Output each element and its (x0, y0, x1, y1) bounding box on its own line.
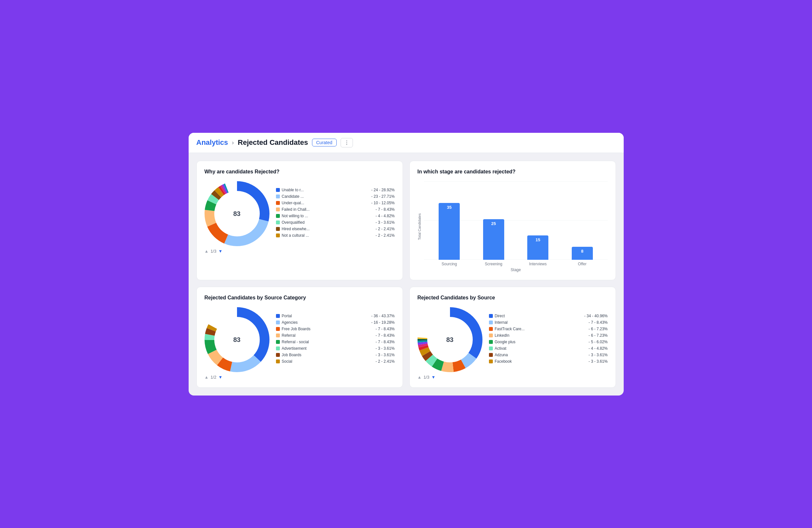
page-indicator: 1/3 (211, 249, 216, 254)
content-area: Why are candidates Rejected? (189, 153, 624, 396)
legend-color (489, 346, 493, 351)
legend-value: - 7 - 8.43% (376, 340, 395, 344)
legend-value: - 10 - 12.05% (371, 201, 394, 205)
bar-value-label: 8 (581, 249, 583, 254)
bars-row: 3525158 (424, 181, 608, 260)
legend-color (276, 188, 280, 192)
curated-button[interactable]: Curated (312, 139, 337, 146)
legend-label: Hired elsewhe... (282, 227, 374, 231)
legend-color (276, 340, 280, 344)
x-axis-label: Interviews (528, 262, 548, 266)
analytics-link[interactable]: Analytics (197, 138, 228, 147)
legend-label: Under-qual... (282, 201, 369, 205)
legend-item: LinkedIn - 6 - 7.23% (489, 333, 608, 338)
legend-color (276, 201, 280, 205)
x-axis-label: Offer (572, 262, 592, 266)
legend-value: - 7 - 8.43% (589, 320, 608, 325)
legend-color (489, 333, 493, 338)
legend-color (489, 327, 493, 331)
legend-color (276, 346, 280, 351)
legend-value: - 3 - 3.61% (589, 353, 608, 357)
prev-page-sc-icon[interactable]: ▲ (205, 375, 209, 380)
prev-page-s-icon[interactable]: ▲ (418, 375, 422, 380)
legend-value: - 7 - 8.43% (376, 207, 395, 212)
legend-value: - 16 - 19.28% (371, 320, 394, 325)
legend-label: Free Job Boards (282, 327, 374, 331)
legend-item: Activat - 4 - 4.82% (489, 346, 608, 351)
why-rejected-content: 83 Unable to r... - 24 - 28.92% Candidat… (205, 181, 395, 246)
legend-item: Referral - social - 7 - 8.43% (276, 340, 395, 344)
legend-value: - 3 - 3.61% (589, 359, 608, 364)
legend-color (276, 233, 280, 237)
source-category-legend: Portal - 36 - 43.37% Agencies - 16 - 19.… (276, 314, 395, 366)
legend-label: Referral - social (282, 340, 374, 344)
next-page-s-icon[interactable]: ▼ (431, 375, 435, 380)
legend-label: Internal (495, 320, 587, 325)
legend-value: - 3 - 3.61% (376, 220, 395, 225)
source-donut: 83 (418, 307, 482, 372)
legend-item: Candidate ... - 23 - 27.71% (276, 194, 395, 199)
legend-label: Social (282, 359, 374, 364)
bar-column: 25 (483, 195, 504, 260)
why-rejected-legend: Unable to r... - 24 - 28.92% Candidate .… (276, 188, 395, 240)
bar-grid: 3525158 (424, 181, 608, 260)
legend-color (489, 359, 493, 363)
source-title: Rejected Candidates by Source (418, 295, 608, 301)
main-container: Analytics › Rejected Candidates Curated … (189, 133, 624, 396)
legend-color (276, 320, 280, 324)
legend-value: - 2 - 2.41% (376, 233, 395, 238)
more-icon: ⋮ (344, 140, 349, 146)
why-rejected-title: Why are candidates Rejected? (205, 169, 395, 175)
legend-color (489, 314, 493, 318)
legend-color (489, 320, 493, 324)
legend-item: Job Boards - 3 - 3.61% (276, 353, 395, 357)
legend-label: Not willing to ... (282, 214, 374, 218)
page-s-indicator: 1/3 (423, 375, 429, 380)
y-axis-label: Total Candidates (418, 181, 421, 272)
source-category-center: 83 (233, 336, 240, 343)
legend-label: Candidate ... (282, 194, 369, 199)
bar-value-label: 35 (447, 205, 452, 210)
legend-item: Social - 2 - 2.41% (276, 359, 395, 364)
why-rejected-pagination[interactable]: ▲ 1/3 ▼ (205, 249, 395, 254)
legend-label: Referral (282, 333, 374, 338)
legend-value: - 34 - 40.96% (584, 314, 607, 318)
legend-label: Advertisement (282, 346, 374, 351)
legend-value: - 2 - 2.41% (376, 227, 395, 231)
legend-label: Job Boards (282, 353, 374, 357)
source-card: Rejected Candidates by Source (409, 287, 616, 388)
legend-value: - 6 - 7.23% (589, 333, 608, 338)
legend-label: Not a cultural ... (282, 233, 374, 238)
legend-color (276, 314, 280, 318)
source-category-title: Rejected Candidates by Source Category (205, 295, 395, 301)
legend-value: - 4 - 4.82% (589, 346, 608, 351)
bar-column: 15 (527, 195, 548, 260)
legend-item: Not willing to ... - 4 - 4.82% (276, 214, 395, 218)
source-category-content: 83 Portal - 36 - 43.37% Agencies - 16 - … (205, 307, 395, 372)
more-options-button[interactable]: ⋮ (340, 138, 353, 147)
legend-color (276, 359, 280, 363)
legend-item: Under-qual... - 10 - 12.05% (276, 201, 395, 205)
legend-item: Unable to r... - 24 - 28.92% (276, 188, 395, 192)
stage-bar-chart: Total Candidates 3525158 SourcingScreeni… (418, 181, 608, 272)
legend-label: FastTrack Care... (495, 327, 587, 331)
legend-color (276, 195, 280, 198)
prev-page-icon[interactable]: ▲ (205, 249, 209, 254)
legend-label: LinkedIn (495, 333, 587, 338)
next-page-sc-icon[interactable]: ▼ (218, 375, 222, 380)
legend-value: - 3 - 3.61% (376, 346, 395, 351)
source-category-card: Rejected Candidates by Source Category (197, 287, 403, 388)
legend-item: Hired elsewhe... - 2 - 2.41% (276, 227, 395, 231)
legend-value: - 7 - 8.43% (376, 333, 395, 338)
legend-label: Adzuna (495, 353, 587, 357)
legend-value: - 3 - 3.61% (376, 353, 395, 357)
source-category-pagination[interactable]: ▲ 1/2 ▼ (205, 375, 395, 380)
legend-color (276, 353, 280, 357)
source-pagination[interactable]: ▲ 1/3 ▼ (418, 375, 608, 380)
breadcrumb-chevron: › (232, 139, 234, 146)
bar-column: 8 (572, 195, 593, 260)
legend-color (276, 227, 280, 231)
source-center: 83 (446, 336, 453, 343)
next-page-icon[interactable]: ▼ (218, 249, 222, 254)
legend-item: Google plus - 5 - 6.02% (489, 340, 608, 344)
